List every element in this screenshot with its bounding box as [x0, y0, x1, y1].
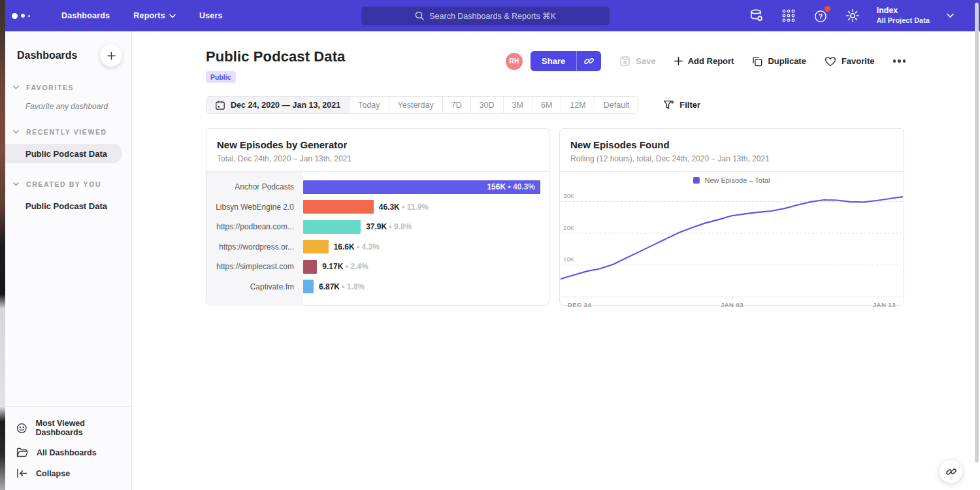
chevron-down-icon	[947, 13, 954, 18]
sidebar: Dashboards FAVORITES Favorite any dashbo…	[5, 31, 132, 490]
footer-item-label: Collapse	[36, 469, 70, 478]
bar-chart-body: Anchor Podcasts156K • 40.3%Libsyn WebEng…	[206, 172, 549, 306]
footer-item-label: Most Viewed Dashboards	[35, 419, 131, 437]
bar-segment[interactable]	[303, 280, 314, 293]
favorite-label: Favorite	[841, 56, 875, 66]
svg-text:?: ?	[819, 13, 823, 20]
bar-segment[interactable]	[303, 200, 374, 214]
sidebar-title: Dashboards	[17, 50, 77, 61]
bar-chart-row: Captivate.fm6.87K • 1.8%	[206, 277, 549, 297]
collapse-sidebar-button[interactable]: Collapse	[5, 463, 131, 483]
legend-label: New Episode – Total	[704, 176, 770, 184]
search-input[interactable]: Search Dashboards & Reports ⌘K	[361, 7, 610, 25]
filter-label: Filter	[679, 100, 700, 110]
x-axis-labels: DEC 24 JAN 03 JAN 13	[560, 297, 904, 308]
date-preset-12m[interactable]: 12M	[561, 97, 594, 113]
date-range-label: Dec 24, 2020 — Jan 13, 2021	[231, 101, 340, 110]
date-preset-6m[interactable]: 6M	[532, 97, 561, 113]
floating-link-button[interactable]	[939, 459, 963, 483]
save-button[interactable]: Save	[619, 56, 655, 67]
dashboard-actions: RH Share Save Add Report Duplicate	[506, 51, 907, 71]
duplicate-button[interactable]: Duplicate	[752, 56, 806, 67]
nav-item-label: Reports	[133, 11, 165, 20]
date-preset-default[interactable]: Default	[595, 97, 638, 113]
chevron-down-icon	[169, 14, 176, 18]
bar-category-label: https://podbean.com...	[206, 222, 303, 231]
add-report-button[interactable]: Add Report	[674, 56, 734, 66]
date-presets: TodayYesterday7D30D3M6M12MDefault	[349, 97, 638, 113]
date-preset-yesterday[interactable]: Yesterday	[389, 97, 442, 113]
chart-title: New Episodes Found	[570, 139, 893, 150]
bar-value-label: 9.17K • 2.4%	[322, 262, 368, 271]
data-explorer-icon[interactable]	[749, 8, 764, 24]
section-label: RECENTLY VIEWED	[26, 128, 107, 136]
more-options-button[interactable]	[892, 56, 907, 67]
share-link-button[interactable]	[577, 51, 601, 71]
bar-value-label: 156K • 40.3%	[487, 182, 540, 191]
date-preset-30d[interactable]: 30D	[470, 97, 503, 113]
nav-item-users[interactable]: Users	[199, 11, 223, 20]
search-icon	[415, 11, 424, 20]
bar-chart-row: Anchor Podcasts156K • 40.3%	[206, 177, 549, 197]
bar-category-label: https://simplecast.com	[206, 262, 303, 271]
most-viewed-dashboards-button[interactable]: Most Viewed Dashboards	[5, 414, 131, 442]
date-preset-3m[interactable]: 3M	[503, 97, 532, 113]
sidebar-item-public-podcast-data[interactable]: Public Podcast Data	[5, 144, 122, 163]
filter-button[interactable]: Filter	[663, 99, 700, 110]
chart-subtitle: Rolling (12 hours), total, Dec 24th, 202…	[570, 154, 893, 163]
avatar[interactable]: RH	[506, 53, 523, 70]
date-preset-7d[interactable]: 7D	[442, 97, 470, 113]
project-switcher[interactable]: Index All Project Data	[877, 6, 954, 25]
date-toolbar: Dec 24, 2020 — Jan 13, 2021 TodayYesterd…	[133, 83, 980, 114]
footer-item-label: All Dashboards	[37, 448, 97, 457]
line-series	[561, 197, 903, 279]
bar-category-label: Captivate.fm	[206, 282, 303, 291]
add-dashboard-button[interactable]	[100, 44, 122, 67]
notification-dot	[825, 6, 830, 12]
settings-gear-icon[interactable]	[845, 8, 860, 24]
public-badge[interactable]: Public	[206, 71, 236, 83]
plus-icon	[107, 52, 116, 60]
bar-segment[interactable]: 156K • 40.3%	[303, 180, 540, 194]
favorite-button[interactable]: Favorite	[825, 56, 875, 67]
sidebar-section-created-by-you[interactable]: CREATED BY YOU	[5, 180, 131, 188]
link-icon	[583, 56, 595, 67]
chevron-down-icon	[13, 130, 19, 134]
date-range-button[interactable]: Dec 24, 2020 — Jan 13, 2021	[206, 97, 349, 113]
sidebar-section-recently-viewed[interactable]: RECENTLY VIEWED	[5, 128, 131, 136]
help-icon[interactable]: ?	[813, 8, 828, 24]
bar-value-label: 6.87K • 1.8%	[319, 282, 365, 291]
nav-item-label: Users	[199, 11, 223, 20]
share-button[interactable]: Share	[531, 51, 577, 71]
nav-item-dashboards[interactable]: Dashboards	[61, 11, 110, 20]
date-range-segmented-control: Dec 24, 2020 — Jan 13, 2021 TodayYesterd…	[206, 96, 638, 114]
sidebar-section-favorites[interactable]: FAVORITES	[5, 84, 131, 91]
x-tick-label: DEC 24	[568, 301, 591, 308]
app-logo-dots-icon[interactable]	[12, 13, 38, 19]
bar-segment[interactable]	[303, 240, 329, 253]
bar-chart-row: https://wordpress.or...16.6K • 4.3%	[206, 237, 549, 257]
svg-text:20K: 20K	[563, 224, 575, 231]
bar-category-label: https://wordpress.or...	[206, 242, 303, 252]
vertical-scrollbar[interactable]	[975, 3, 979, 463]
sidebar-item-public-podcast-data-created[interactable]: Public Podcast Data	[5, 196, 131, 216]
bar-chart-row: https://podbean.com...37.9K • 9.8%	[206, 217, 549, 237]
chevron-down-icon	[13, 86, 19, 90]
chart-legend: New Episode – Total	[560, 172, 904, 189]
x-tick-label: JAN 13	[873, 301, 896, 308]
chevron-down-icon	[13, 182, 19, 186]
bar-chart-card: New Episodes by Generator Total, Dec 24t…	[206, 128, 549, 306]
bar-value-label: 46.3K • 11.9%	[379, 203, 429, 212]
date-preset-today[interactable]: Today	[349, 97, 388, 113]
nav-item-label: Dashboards	[61, 11, 110, 20]
bar-segment[interactable]	[303, 260, 317, 274]
sidebar-footer: Most Viewed Dashboards All Dashboards Co…	[5, 406, 131, 490]
bar-segment[interactable]	[303, 220, 361, 234]
nav-item-reports[interactable]: Reports	[133, 11, 176, 20]
project-name: Index	[877, 6, 930, 16]
apps-grid-icon[interactable]	[781, 8, 796, 24]
folder-icon	[16, 448, 28, 458]
all-dashboards-button[interactable]: All Dashboards	[5, 442, 131, 463]
x-tick-label: JAN 03	[721, 301, 743, 308]
desktop-edge-strip	[0, 0, 5, 490]
